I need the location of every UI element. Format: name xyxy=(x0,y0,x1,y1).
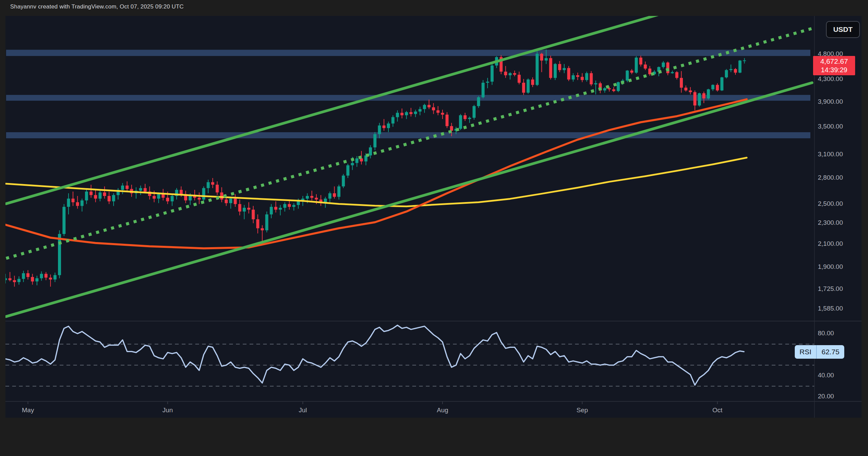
zone-resistance-4800 xyxy=(6,50,810,56)
price-tick-label: 2,800.00 xyxy=(818,174,843,181)
rsi-label: RSI xyxy=(795,348,816,356)
rsi-line xyxy=(5,325,745,385)
channel-lower-line[interactable] xyxy=(6,83,812,317)
month-label-jul: Jul xyxy=(299,407,307,414)
snapshot-footer: TradingView xyxy=(0,418,868,456)
tradingview-snapshot: Shayannv created with TradingView.com, O… xyxy=(0,0,868,456)
price-tick-label: 4,300.00 xyxy=(818,75,843,83)
rsi-tick-label: 20.00 xyxy=(818,393,834,400)
month-label-aug: Aug xyxy=(437,407,448,414)
rsi-value-badge: RSI 62.75 xyxy=(795,345,844,359)
price-tick-label: 2,100.00 xyxy=(818,240,843,247)
bar-countdown: 14:39:29 xyxy=(821,66,847,74)
price-tick-label: 1,585.00 xyxy=(818,305,843,312)
candlestick-series xyxy=(4,49,746,287)
month-label-sep: Sep xyxy=(576,407,588,414)
ma-100-orange xyxy=(5,99,747,249)
price-tick-label: 2,300.00 xyxy=(818,219,843,226)
price-tick-label: 3,900.00 xyxy=(818,98,843,105)
last-price-value: 4,672.67 xyxy=(820,57,848,66)
price-tick-label: 2,500.00 xyxy=(818,200,843,207)
month-label-may: May xyxy=(22,407,34,414)
rsi-tick-label: 80.00 xyxy=(818,330,834,337)
price-tick-label: 3,500.00 xyxy=(818,123,843,130)
channel-upper-line[interactable] xyxy=(6,0,726,204)
ma-200-yellow xyxy=(5,158,747,206)
price-tick-label: 3,100.00 xyxy=(818,151,843,158)
rsi-value: 62.75 xyxy=(817,348,844,356)
month-label-jun: Jun xyxy=(162,407,173,414)
quote-currency-button[interactable]: USDT xyxy=(826,21,860,38)
zone-support-3380 xyxy=(6,132,810,138)
zone-support-3950 xyxy=(6,95,810,101)
dotted-trendline[interactable] xyxy=(6,26,821,258)
price-tick-label: 1,900.00 xyxy=(818,263,843,271)
last-price-badge: 4,672.67 14:39:29 xyxy=(813,56,855,75)
chart-canvas[interactable] xyxy=(0,0,868,456)
price-tick-label: 1,725.00 xyxy=(818,285,843,293)
month-label-oct: Oct xyxy=(712,407,723,414)
rsi-tick-label: 40.00 xyxy=(818,372,834,379)
